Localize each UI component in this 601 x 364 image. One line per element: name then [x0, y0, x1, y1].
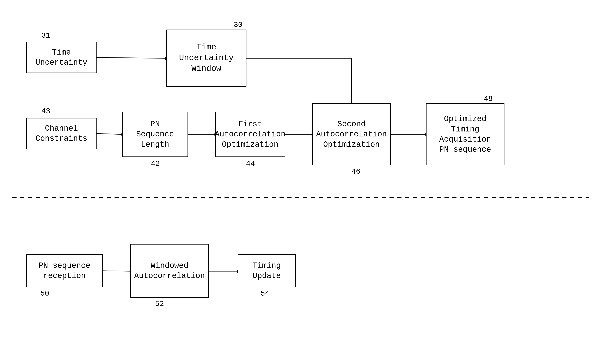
- time-uncertainty-label: Time Uncertainty: [29, 47, 94, 68]
- second-autocorrelation-number: 46: [351, 167, 360, 176]
- windowed-autocorrelation-box: WindowedAutocorrelation: [130, 244, 209, 298]
- channel-constraints-number: 43: [41, 107, 50, 116]
- windowed-autocorrelation-label: WindowedAutocorrelation: [134, 261, 205, 281]
- timing-update-box: TimingUpdate: [238, 254, 296, 287]
- pn-sequence-length-label: PNSequenceLength: [136, 119, 174, 150]
- svg-line-6: [97, 134, 121, 134]
- pn-sequence-reception-label: PN sequencereception: [39, 261, 90, 281]
- pn-sequence-length-box: PNSequenceLength: [122, 112, 188, 157]
- time-uncertainty-window-label: TimeUncertaintyWindow: [179, 42, 234, 74]
- timing-update-label: TimingUpdate: [253, 261, 281, 281]
- optimized-timing-label: OptimizedTimingAcquisitionPN sequence: [439, 114, 491, 155]
- windowed-autocorrelation-number: 52: [155, 300, 164, 308]
- first-autocorrelation-label: FirstAutocorrelationOptimization: [215, 119, 286, 150]
- first-autocorrelation-number: 44: [246, 160, 255, 168]
- channel-constraints-box: ChannelConstraints: [26, 118, 97, 149]
- time-uncertainty-window-box: TimeUncertaintyWindow: [166, 30, 246, 87]
- second-autocorrelation-label: SecondAutocorrelationOptimization: [316, 119, 387, 150]
- pn-sequence-reception-box: PN sequencereception: [26, 254, 103, 287]
- diagram-container: Time Uncertainty 31 TimeUncertaintyWindo…: [0, 0, 601, 364]
- pn-sequence-reception-number: 50: [40, 289, 49, 298]
- time-uncertainty-box: Time Uncertainty: [26, 42, 97, 73]
- timing-update-number: 54: [260, 289, 269, 298]
- time-uncertainty-number: 31: [41, 31, 50, 40]
- first-autocorrelation-box: FirstAutocorrelationOptimization: [215, 112, 285, 157]
- optimized-timing-box: OptimizedTimingAcquisitionPN sequence: [426, 103, 504, 165]
- channel-constraints-label: ChannelConstraints: [36, 123, 88, 144]
- svg-line-14: [103, 271, 130, 271]
- second-autocorrelation-box: SecondAutocorrelationOptimization: [312, 103, 391, 165]
- optimized-timing-number: 48: [484, 95, 493, 103]
- time-uncertainty-window-number: 30: [234, 21, 242, 29]
- pn-sequence-length-number: 42: [151, 160, 160, 168]
- svg-line-1: [97, 58, 165, 58]
